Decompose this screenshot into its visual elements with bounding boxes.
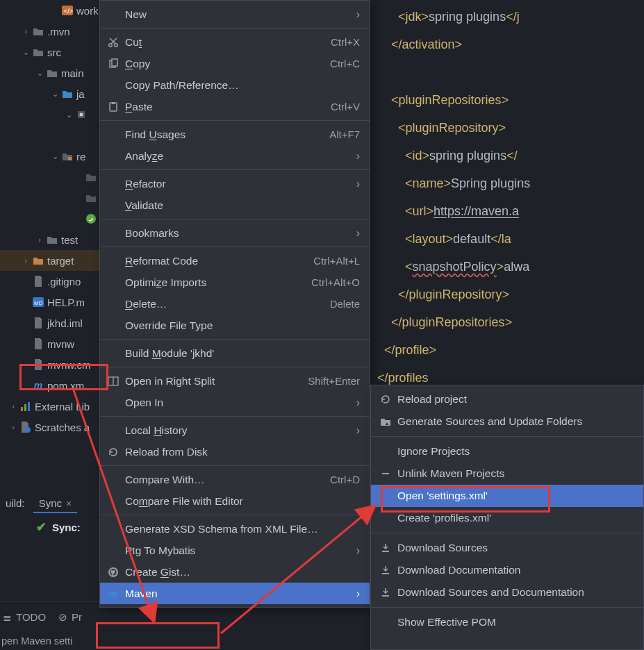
submenu-item[interactable]: Unlink Maven Projects [371, 462, 643, 485]
chevron-icon[interactable]: › [8, 402, 18, 410]
chevron-icon[interactable]: › [8, 423, 18, 431]
menu-item-label: Reload from Disk [121, 446, 360, 458]
tree-item[interactable]: ›test [0, 229, 99, 250]
menu-item[interactable]: Ptg To Mybatis› [100, 540, 370, 561]
submenu-item-label: Download Documentation [393, 564, 634, 576]
chevron-right-icon: › [351, 150, 360, 162]
submenu-item[interactable]: Create 'profiles.xml' [371, 507, 643, 529]
chevron-icon[interactable]: ⌄ [50, 90, 60, 99]
menu-item[interactable]: Build Module 'jkhd' [100, 342, 370, 364]
tree-item[interactable]: ›.mvn [0, 21, 99, 42]
menu-item[interactable]: Compare With…Ctrl+D [100, 469, 370, 490]
build-tool-window-tabs[interactable]: uild: Sync× [0, 494, 77, 513]
menu-item[interactable]: Open In› [100, 392, 370, 413]
menu-item-label: Analyze [121, 150, 351, 162]
tree-item[interactable] [0, 125, 99, 146]
chevron-icon[interactable]: › [21, 256, 31, 265]
submenu-item-label: Unlink Maven Projects [393, 467, 634, 480]
menu-item[interactable]: Refactor› [100, 173, 370, 194]
menu-item[interactable]: Compare File with Editor [100, 490, 370, 512]
submenu-item[interactable]: Reload project [371, 388, 643, 410]
menu-item[interactable]: Generate XSD Schema from XML File… [100, 518, 370, 540]
submenu-item[interactable]: Download Sources and Documentation [371, 581, 643, 603]
menu-item[interactable]: Copy Path/Reference… [100, 74, 370, 96]
chevron-icon[interactable]: ⌄ [21, 48, 31, 57]
tree-item[interactable] [0, 167, 99, 188]
tree-item[interactable]: mvnw [0, 333, 99, 354]
tree-item[interactable]: jkhd.iml [0, 312, 99, 333]
tree-item[interactable] [0, 188, 99, 208]
tree-item-label: test [61, 234, 78, 246]
problems-tool-button[interactable]: ⊘Pr [58, 611, 82, 624]
submenu-item-label: Download Sources and Documentation [393, 586, 634, 599]
menu-item-label: Validate [121, 199, 360, 212]
close-icon[interactable]: × [66, 498, 72, 509]
menu-item[interactable]: Open in Right SplitShift+Enter [100, 370, 370, 392]
todo-tool-button[interactable]: ≣TODO [3, 611, 46, 624]
menu-item[interactable]: Delete…Delete [100, 293, 370, 315]
tree-item[interactable] [0, 208, 99, 229]
submenu-item[interactable]: Download Documentation [371, 559, 643, 581]
tree-item[interactable]: MDHELP.m [0, 292, 99, 312]
menu-item[interactable]: Analyze› [100, 145, 370, 167]
chevron-icon[interactable]: ⌄ [64, 110, 74, 119]
code-line: <snapshotPolicy>alwa [370, 253, 644, 281]
menu-item[interactable]: Find UsagesAlt+F7 [100, 124, 370, 145]
svg-text:</>: </> [64, 8, 73, 15]
menu-item[interactable]: CutCtrl+X [100, 31, 370, 53]
menu-item[interactable]: PasteCtrl+V [100, 96, 370, 117]
context-menu[interactable]: New›CutCtrl+XCopyCtrl+CCopy Path/Referen… [99, 0, 370, 608]
menu-item[interactable]: CopyCtrl+C [100, 53, 370, 74]
cut-icon [106, 37, 121, 48]
tree-item[interactable]: </>work [0, 0, 99, 21]
tree-item[interactable]: ⌄src [0, 42, 99, 62]
tree-item[interactable]: ›Scratches a [0, 417, 99, 438]
menu-item[interactable]: Local History› [100, 419, 370, 441]
tree-item[interactable]: ⌄ja [0, 83, 99, 104]
menu-item[interactable]: Bookmarks› [100, 222, 370, 244]
build-tab[interactable]: uild: [0, 494, 31, 512]
code-line: </pluginRepositories> [370, 308, 644, 336]
submenu-item[interactable]: Open 'settings.xml' [371, 485, 643, 507]
submenu-item[interactable]: Show Effective POM [371, 611, 643, 633]
chevron-icon[interactable]: ⌄ [35, 69, 44, 78]
tree-item-label: .gitigno [47, 276, 81, 288]
submenu-item[interactable]: Download Sources [371, 537, 643, 559]
submenu-item[interactable]: Generate Sources and Update Folders [371, 410, 643, 433]
submenu-item[interactable]: Ignore Projects [371, 440, 643, 462]
project-tree[interactable]: </>work›.mvn⌄src⌄main⌄ja⌄⌄re›test›target… [0, 0, 99, 650]
code-line: </profile> [370, 336, 644, 364]
chevron-icon[interactable]: › [35, 235, 44, 244]
maven-submenu[interactable]: Reload projectGenerate Sources and Updat… [370, 385, 644, 650]
github-icon [106, 567, 121, 578]
menu-item-label: Copy [121, 58, 330, 70]
svg-rect-10 [28, 402, 30, 411]
chevron-icon[interactable]: ⌄ [50, 152, 60, 161]
menu-item[interactable]: Reload from Disk [100, 441, 370, 462]
tree-item[interactable]: ›target [0, 250, 99, 271]
menu-item[interactable]: Optimize ImportsCtrl+Alt+O [100, 272, 370, 293]
menu-item[interactable]: Validate [100, 194, 370, 216]
tree-item[interactable]: ⌄ [0, 104, 99, 125]
folder-blue-icon [61, 88, 74, 100]
menu-item[interactable]: mMaven› [100, 583, 370, 604]
menu-item[interactable]: New› [100, 3, 370, 25]
code-line [370, 58, 644, 86]
menu-item[interactable]: Override File Type [100, 315, 370, 336]
menu-item[interactable]: Create Gist… [100, 561, 370, 583]
menu-shortcut: Ctrl+Alt+O [311, 276, 360, 288]
tree-item[interactable]: .gitigno [0, 271, 99, 292]
menu-item-label: Optimize Imports [121, 276, 311, 289]
sync-tab[interactable]: Sync× [33, 494, 78, 513]
tree-item[interactable]: ⌄main [0, 62, 99, 83]
tree-item[interactable]: ›External Lib [0, 396, 99, 417]
menu-item-label: Build Module 'jkhd' [121, 347, 360, 360]
chevron-icon[interactable]: › [21, 27, 31, 35]
tree-item[interactable]: mvnw.cm [0, 354, 99, 375]
tree-item[interactable]: mpom.xm [0, 375, 99, 396]
spring-icon [85, 212, 97, 225]
md-icon: MD [32, 296, 44, 308]
reload-icon [378, 394, 393, 405]
tree-item[interactable]: ⌄re [0, 146, 99, 167]
menu-item[interactable]: Reformat CodeCtrl+Alt+L [100, 250, 370, 272]
